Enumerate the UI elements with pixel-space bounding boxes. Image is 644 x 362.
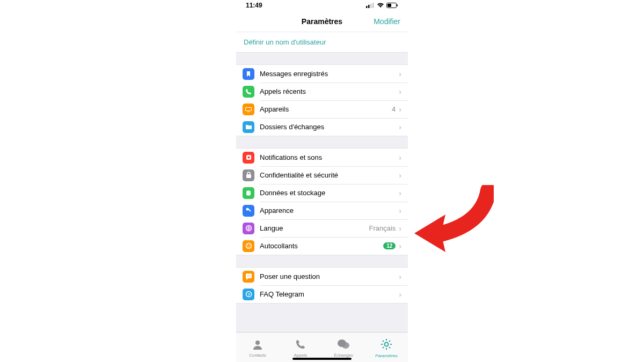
svg-point-11 — [247, 157, 250, 159]
wifi-icon — [377, 3, 384, 8]
svg-line-34 — [389, 347, 390, 348]
row-label: FAQ Telegram — [260, 290, 399, 298]
svg-point-28 — [385, 343, 389, 346]
signal-icon — [366, 3, 375, 8]
section-gap — [236, 255, 408, 267]
chevron-right-icon: › — [399, 242, 401, 250]
row-label: Autocollants — [260, 242, 383, 250]
status-time: 11:49 — [246, 2, 262, 9]
settings-row-devices[interactable]: Appareils4› — [236, 100, 408, 118]
row-label: Données et stockage — [260, 189, 399, 197]
chats-icon — [337, 339, 350, 352]
tab-settings[interactable]: Paramètres — [368, 338, 405, 358]
svg-point-18 — [247, 245, 248, 246]
settings-row-appearance[interactable]: Apparence› — [236, 202, 408, 219]
calls-icon — [295, 339, 306, 352]
svg-rect-12 — [246, 174, 251, 178]
chevron-right-icon: › — [399, 70, 401, 78]
settings-row-faq[interactable]: ?FAQ Telegram› — [236, 285, 408, 303]
annotation-arrow — [413, 185, 494, 265]
settings-scroll[interactable]: Définir un nom d'utilisateur Messages en… — [236, 32, 408, 362]
nav-bar: Paramètres Modifier — [236, 11, 408, 32]
row-badge: 12 — [383, 242, 396, 249]
settings-row-folder[interactable]: Dossiers d'échanges› — [236, 118, 408, 136]
svg-rect-8 — [246, 108, 251, 110]
svg-point-25 — [255, 341, 260, 345]
settings-icon — [380, 338, 392, 352]
row-label: Poser une question — [260, 272, 399, 280]
settings-row-lock[interactable]: Confidentialité et sécurité› — [236, 166, 408, 184]
group-preferences: Notifications et sons›Confidentialité et… — [236, 148, 408, 255]
chevron-right-icon: › — [399, 206, 401, 215]
settings-row-data[interactable]: Données et stockage› — [236, 184, 408, 202]
bell-icon — [243, 152, 254, 164]
svg-rect-6 — [397, 4, 398, 6]
row-label: Confidentialité et sécurité — [260, 171, 399, 179]
settings-row-chat[interactable]: Poser une question› — [236, 268, 408, 285]
row-value: Français — [369, 224, 396, 232]
settings-row-sticker[interactable]: Autocollants12› — [236, 237, 408, 255]
settings-row-phone[interactable]: Appels récents› — [236, 83, 408, 100]
svg-rect-3 — [372, 3, 374, 8]
globe-icon — [243, 223, 254, 234]
chevron-right-icon: › — [399, 272, 401, 281]
group-help: Poser une question›?FAQ Telegram› — [236, 267, 408, 304]
home-indicator — [292, 358, 352, 360]
settings-row-globe[interactable]: LangueFrançais› — [236, 219, 408, 237]
devices-icon — [243, 104, 254, 115]
svg-line-35 — [383, 347, 384, 348]
contacts-icon — [252, 339, 264, 352]
tab-chats[interactable]: Échanges — [325, 339, 362, 358]
row-label: Langue — [260, 224, 369, 232]
settings-row-bookmark[interactable]: Messages enregistrés› — [236, 65, 408, 83]
svg-line-36 — [389, 341, 390, 342]
svg-rect-9 — [247, 112, 250, 112]
svg-rect-5 — [387, 4, 391, 7]
status-bar: 11:49 — [236, 0, 408, 11]
tab-label: Échanges — [334, 353, 353, 358]
chevron-right-icon: › — [399, 224, 401, 233]
phone-icon — [243, 86, 254, 98]
page-title: Paramètres — [302, 17, 342, 26]
lock-icon — [243, 169, 254, 181]
svg-point-19 — [249, 245, 250, 246]
svg-rect-2 — [370, 4, 372, 8]
row-label: Appels récents — [260, 87, 399, 95]
tab-calls[interactable]: Appels — [282, 339, 319, 358]
tab-label: Paramètres — [375, 353, 397, 358]
chevron-right-icon: › — [399, 189, 401, 197]
svg-point-22 — [250, 275, 251, 276]
group-general: Messages enregistrés›Appels récents›Appa… — [236, 64, 408, 136]
bookmark-icon — [243, 68, 254, 80]
svg-rect-15 — [248, 209, 251, 212]
set-username-link[interactable]: Définir un nom d'utilisateur — [236, 32, 408, 53]
settings-row-bell[interactable]: Notifications et sons› — [236, 149, 408, 166]
chevron-right-icon: › — [399, 123, 401, 131]
svg-rect-0 — [366, 6, 368, 8]
row-label: Notifications et sons — [260, 153, 399, 161]
svg-point-27 — [342, 342, 349, 349]
svg-line-33 — [383, 341, 384, 342]
edit-button[interactable]: Modifier — [374, 17, 400, 26]
chevron-right-icon: › — [399, 87, 401, 96]
row-label: Dossiers d'échanges — [260, 123, 399, 131]
chevron-right-icon: › — [399, 105, 401, 114]
chevron-right-icon: › — [399, 171, 401, 180]
chevron-right-icon: › — [399, 290, 401, 299]
tab-label: Contacts — [249, 353, 266, 358]
row-label: Apparence — [260, 206, 399, 215]
section-gap — [236, 53, 408, 64]
data-icon — [243, 187, 254, 199]
row-value: 4 — [392, 105, 396, 113]
battery-icon — [386, 3, 398, 8]
svg-point-20 — [247, 275, 248, 276]
tab-contacts[interactable]: Contacts — [239, 339, 276, 358]
section-gap — [236, 136, 408, 148]
tab-label: Appels — [294, 353, 307, 358]
folder-icon — [243, 121, 254, 133]
svg-point-13 — [246, 190, 251, 192]
chevron-right-icon: › — [399, 153, 401, 162]
row-label: Appareils — [260, 105, 392, 113]
svg-text:?: ? — [247, 292, 250, 297]
phone-frame: 11:49 Paramètres Modifier Définir un nom… — [236, 0, 408, 362]
